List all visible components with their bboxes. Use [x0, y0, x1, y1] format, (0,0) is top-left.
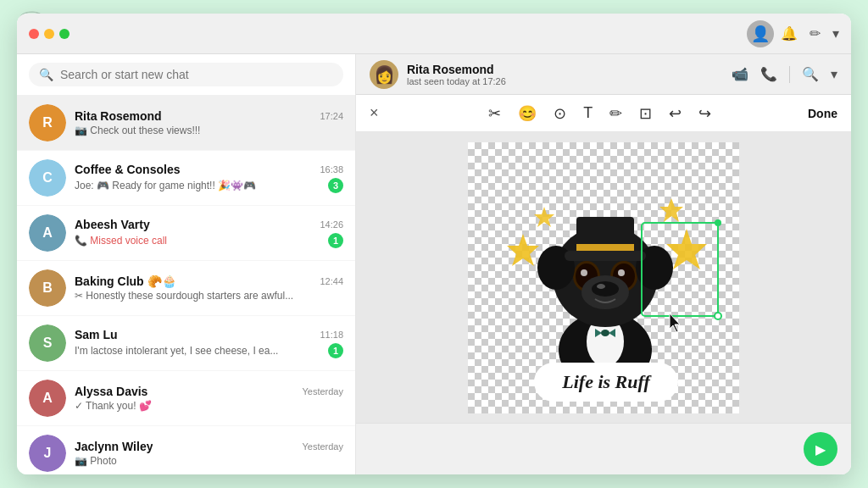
- chat-header-row: Coffee & Consoles 16:38: [75, 163, 343, 176]
- chat-name: Jaclynn Wiley: [75, 440, 153, 453]
- chat-time: 12:44: [320, 276, 343, 286]
- header-divider: [789, 66, 790, 83]
- chat-info: Alyssa Davis Yesterday ✓ Thank you! 💕: [75, 385, 343, 412]
- chat-info: Sam Lu 11:18 I'm lactose intolerant yet,…: [75, 328, 343, 358]
- chat-item[interactable]: B Baking Club 🥐🧁 12:44 ✂ Honestly these …: [17, 261, 355, 316]
- svg-marker-1: [534, 207, 554, 227]
- done-button[interactable]: Done: [808, 107, 837, 120]
- chat-time: 16:38: [320, 164, 343, 175]
- chat-item[interactable]: C Coffee & Consoles 16:38 Joe: 🎮 Ready f…: [17, 151, 355, 206]
- handle-bottom-right[interactable]: [715, 313, 721, 319]
- banner-text: Life is Ruff: [561, 371, 652, 392]
- chat-time: 14:26: [320, 219, 343, 230]
- chat-preview: 📷 Check out these views!!!: [75, 125, 200, 136]
- voice-call-icon[interactable]: 📞: [760, 66, 777, 82]
- editor-tools: ✂ 😊 ⊙ T ✏ ⊡ ↩ ↪: [392, 104, 808, 123]
- sticker-canvas[interactable]: Life is Ruff: [468, 142, 739, 413]
- chat-name: Alyssa Davis: [75, 385, 147, 398]
- chat-info: Rita Rosemond 17:24 📷 Check out these vi…: [75, 109, 343, 136]
- chat-preview: I'm lactose intolerant yet, I see cheese…: [75, 345, 278, 357]
- unread-badge: 1: [328, 233, 343, 248]
- chat-preview: ✂ Honestly these sourdough starters are …: [75, 290, 293, 302]
- chat-avatar: S: [29, 324, 66, 362]
- chat-name: Sam Lu: [75, 328, 118, 341]
- chat-name: Abeesh Varty: [75, 218, 150, 231]
- sticker-image-wrap: Life is Ruff: [468, 142, 739, 413]
- profile-avatar[interactable]: 👤: [747, 20, 774, 47]
- search-bar: 🔍: [17, 54, 355, 96]
- title-bar-icons: 🔔 ✏ ▾: [781, 25, 839, 42]
- chat-time: 17:24: [320, 111, 343, 121]
- chat-name: Baking Club 🥐🧁: [75, 274, 176, 288]
- chat-time: Yesterday: [302, 386, 343, 396]
- chat-time: Yesterday: [302, 441, 343, 452]
- pug-eye-right-shine: [618, 269, 625, 276]
- chat-time: 11:18: [320, 330, 343, 340]
- chat-preview: ✓ Thank you! 💕: [75, 400, 152, 412]
- sparkle-4: [659, 198, 683, 222]
- chat-avatar: C: [29, 159, 66, 197]
- video-call-icon[interactable]: 📹: [732, 66, 748, 82]
- chat-name: Coffee & Consoles: [75, 163, 180, 176]
- chat-info: Abeesh Varty 14:26 📞 Missed voice call 1: [75, 218, 343, 248]
- chat-input-area: ▶: [356, 423, 851, 474]
- maximize-button[interactable]: [59, 29, 70, 39]
- send-icon: ▶: [815, 441, 826, 458]
- chat-avatar: R: [29, 104, 66, 141]
- svg-marker-3: [659, 198, 683, 222]
- chat-header-row: Rita Rosemond 17:24: [75, 109, 343, 123]
- editor-toolbar: × ✂ 😊 ⊙ T ✏ ⊡ ↩ ↪ Done: [356, 95, 851, 132]
- sticker-tool-icon[interactable]: ⊙: [554, 104, 566, 123]
- undo-icon[interactable]: ↩: [669, 104, 682, 123]
- chat-header-actions: 📹 📞 🔍 ▾: [732, 66, 837, 83]
- emoji-icon[interactable]: 😊: [518, 104, 537, 123]
- close-button[interactable]: [29, 29, 39, 39]
- chat-info: Baking Club 🥐🧁 12:44 ✂ Honestly these so…: [75, 274, 343, 302]
- chat-item[interactable]: J Jaclynn Wiley Yesterday 📷 Photo: [17, 426, 355, 474]
- unread-badge: 1: [328, 343, 343, 358]
- chat-header: 👩 Rita Rosemond last seen today at 17:26…: [356, 54, 851, 95]
- title-bar: 👤 🔔 ✏ ▾: [17, 14, 851, 54]
- sparkle-2: [534, 207, 554, 227]
- editor-close-icon[interactable]: ×: [370, 104, 379, 122]
- more-options-icon[interactable]: ▾: [831, 66, 837, 82]
- chat-item[interactable]: A Alyssa Davis Yesterday ✓ Thank you! 💕: [17, 371, 355, 426]
- chat-header-row: Jaclynn Wiley Yesterday: [75, 440, 343, 453]
- chat-list: R Rita Rosemond 17:24 📷 Check out these …: [17, 96, 355, 474]
- chat-header-info: Rita Rosemond last seen today at 17:26: [407, 63, 732, 86]
- pug-sticker-svg: Life is Ruff: [476, 151, 731, 405]
- bow-tie-center: [601, 330, 609, 336]
- chat-header-avatar: 👩: [370, 60, 398, 89]
- new-chat-icon[interactable]: ✏: [810, 25, 821, 42]
- chat-item[interactable]: R Rita Rosemond 17:24 📷 Check out these …: [17, 96, 355, 151]
- send-button[interactable]: ▶: [804, 432, 837, 466]
- draw-icon[interactable]: ✏: [609, 104, 622, 123]
- chat-item[interactable]: S Sam Lu 11:18 I'm lactose intolerant ye…: [17, 316, 355, 371]
- text-tool-icon[interactable]: T: [583, 104, 593, 122]
- chat-info: Jaclynn Wiley Yesterday 📷 Photo: [75, 440, 343, 467]
- redo-icon[interactable]: ↪: [698, 104, 711, 123]
- search-input[interactable]: [60, 68, 333, 81]
- chat-panel: 👩 Rita Rosemond last seen today at 17:26…: [356, 54, 851, 474]
- chat-header-status: last seen today at 17:26: [407, 76, 732, 86]
- chat-item[interactable]: A Abeesh Varty 14:26 📞 Missed voice call…: [17, 206, 355, 261]
- chat-avatar: J: [29, 435, 66, 472]
- search-icon: 🔍: [39, 68, 53, 81]
- chat-header-row: Sam Lu 11:18: [75, 328, 343, 341]
- pug-eye-left-shine: [581, 269, 587, 276]
- chat-name: Rita Rosemond: [75, 109, 162, 123]
- notifications-icon[interactable]: 🔔: [781, 25, 798, 42]
- traffic-lights: [29, 29, 70, 39]
- chat-preview: 📷 Photo: [75, 455, 117, 467]
- handle-top-right[interactable]: [715, 219, 721, 226]
- chat-header-name: Rita Rosemond: [407, 63, 732, 76]
- app-window: 👤 🔔 ✏ ▾ 🔍 R Rit: [17, 14, 851, 474]
- search-input-wrap[interactable]: 🔍: [29, 63, 343, 86]
- scissors-icon[interactable]: ✂: [488, 104, 501, 123]
- minimize-button[interactable]: [44, 29, 54, 39]
- chevron-down-icon[interactable]: ▾: [832, 25, 839, 42]
- chat-avatar: A: [29, 380, 66, 417]
- search-chat-icon[interactable]: 🔍: [802, 66, 819, 82]
- crop-icon[interactable]: ⊡: [639, 104, 652, 123]
- main-layout: 🔍 R Rita Rosemond 17:24 📷 Check out thes…: [17, 54, 851, 474]
